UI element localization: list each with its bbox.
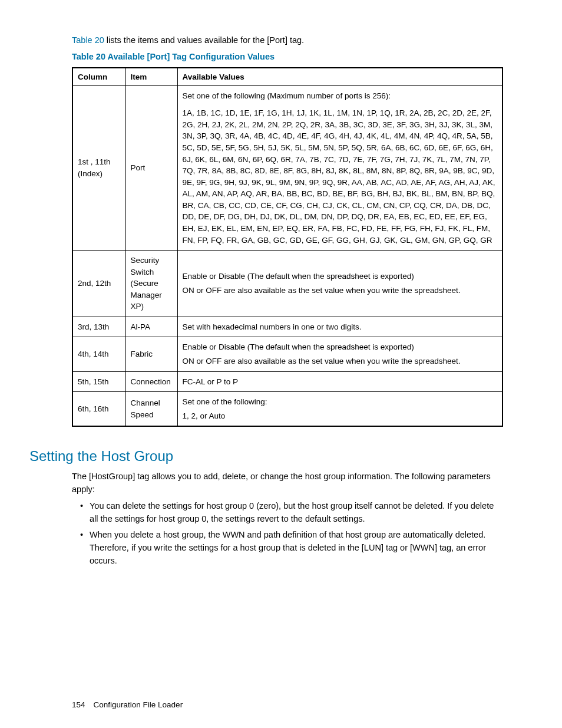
value-line-2: 1, 2, or Auto	[183, 410, 498, 422]
cell-values: Enable or Disable (The default when the …	[177, 251, 503, 317]
cell-values: FC-AL or P to P	[177, 371, 503, 392]
cell-column: 4th, 14th	[72, 337, 125, 371]
value-intro: Set one of the following (Maximum number…	[183, 90, 498, 102]
cell-item: Channel Speed	[125, 392, 177, 427]
cell-values: Set one of the following: 1, 2, or Auto	[177, 392, 503, 427]
header-item: Item	[125, 68, 177, 86]
port-config-table: Column Item Available Values 1st , 11th …	[72, 67, 503, 427]
table-link[interactable]: Table 20	[72, 35, 104, 45]
value-list: 1A, 1B, 1C, 1D, 1E, 1F, 1G, 1H, 1J, 1K, …	[183, 107, 498, 246]
section-heading: Setting the Host Group	[29, 448, 503, 465]
table-row: 6th, 16th Channel Speed Set one of the f…	[72, 392, 503, 427]
page-number: 154	[72, 700, 85, 709]
table-row: 2nd, 12th Security Switch (Secure Manage…	[72, 251, 503, 317]
intro-text: lists the items and values available for…	[104, 35, 304, 45]
cell-item: Security Switch (Secure Manager XP)	[125, 251, 177, 317]
cell-item: Fabric	[125, 337, 177, 371]
value-line-2: ON or OFF are also available as the set …	[183, 355, 498, 367]
cell-item: Port	[125, 85, 177, 250]
cell-values: Set one of the following (Maximum number…	[177, 85, 503, 250]
intro-paragraph: Table 20 lists the items and values avai…	[72, 34, 503, 47]
value-line-1: Set one of the following:	[183, 396, 498, 408]
value-line-1: Enable or Disable (The default when the …	[183, 341, 498, 353]
cell-item: Connection	[125, 371, 177, 392]
cell-column: 1st , 11th (Index)	[72, 85, 125, 250]
table-header-row: Column Item Available Values	[72, 68, 503, 86]
value-line-1: Enable or Disable (The default when the …	[183, 271, 498, 282]
footer-title: Configuration File Loader	[94, 700, 183, 709]
document-page: Table 20 lists the items and values avai…	[0, 0, 562, 728]
body-paragraph: The [HostGroup] tag allows you to add, d…	[72, 470, 503, 496]
bullet-list: You can delete the settings for host gro…	[72, 500, 503, 568]
header-column: Column	[72, 68, 125, 86]
value-line-2: ON or OFF are also available as the set …	[183, 285, 498, 297]
page-footer: 154Configuration File Loader	[72, 700, 183, 709]
table-caption: Table 20 Available [Port] Tag Configurat…	[72, 52, 503, 61]
list-item: You can delete the settings for host gro…	[90, 500, 503, 526]
cell-column: 3rd, 13th	[72, 317, 125, 337]
header-values: Available Values	[177, 68, 503, 86]
list-item: When you delete a host group, the WWN an…	[90, 529, 503, 567]
table-row: 1st , 11th (Index) Port Set one of the f…	[72, 85, 503, 250]
table-row: 5th, 15th Connection FC-AL or P to P	[72, 371, 503, 392]
table-row: 3rd, 13th Al-PA Set with hexadecimal num…	[72, 317, 503, 337]
table-row: 4th, 14th Fabric Enable or Disable (The …	[72, 337, 503, 371]
cell-column: 2nd, 12th	[72, 251, 125, 317]
cell-column: 6th, 16th	[72, 392, 125, 427]
cell-column: 5th, 15th	[72, 371, 125, 392]
cell-values: Enable or Disable (The default when the …	[177, 337, 503, 371]
cell-item: Al-PA	[125, 317, 177, 337]
cell-values: Set with hexadecimal numbers in one or t…	[177, 317, 503, 337]
